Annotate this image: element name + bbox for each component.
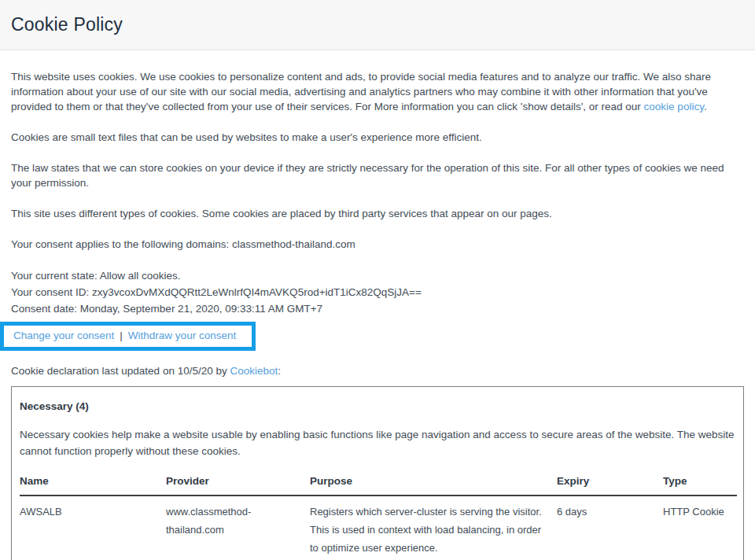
consent-actions-highlight-box: Change your consent|Withdraw your consen… — [0, 322, 256, 351]
consent-date-line: Consent date: Monday, September 21, 2020… — [11, 300, 744, 317]
consent-status-block: Your current state: Allow all cookies. Y… — [11, 267, 744, 317]
column-header-provider: Provider — [166, 469, 310, 496]
cookie-policy-link[interactable]: cookie policy — [644, 101, 704, 112]
category-description: Necessary cookies help make a website us… — [20, 426, 735, 459]
consent-id-line: Your consent ID: zxy3vcoxDvMXdQQRtt2LeWn… — [11, 284, 744, 300]
change-consent-link[interactable]: Change your consent — [13, 330, 114, 341]
link-separator: | — [120, 330, 123, 341]
cookie-types-paragraph: This site uses different types of cookie… — [11, 206, 744, 221]
page-title: Cookie Policy — [11, 17, 123, 32]
consent-state-line: Your current state: Allow all cookies. — [11, 267, 744, 284]
cell-expiry: 6 days — [557, 496, 663, 560]
updated-suffix: : — [278, 365, 281, 377]
cell-name: AWSALB — [20, 496, 166, 560]
domains-paragraph: Your consent applies to the following do… — [11, 237, 744, 252]
cell-type: HTTP Cookie — [663, 496, 737, 560]
cookie-declaration-body: This website uses cookies. We use cookie… — [0, 50, 755, 560]
intro-paragraph: This website uses cookies. We use cookie… — [11, 69, 744, 114]
category-title: Necessary (4) — [20, 399, 735, 414]
column-header-name: Name — [20, 469, 166, 496]
page-header: Cookie Policy — [0, 0, 755, 50]
declaration-updated-line: Cookie declaration last updated on 10/5/… — [11, 363, 744, 378]
withdraw-consent-link[interactable]: Withdraw your consent — [128, 330, 236, 341]
table-row: AWSALB www.classmethod-thailand.com Regi… — [20, 496, 737, 560]
intro-suffix: . — [704, 101, 707, 112]
cookiebot-link[interactable]: Cookiebot — [230, 365, 278, 377]
cookie-table-header: Name Provider Purpose Expiry Type — [20, 469, 737, 496]
cell-purpose: Registers which server-cluster is servin… — [310, 496, 557, 560]
intro-text: This website uses cookies. We use cookie… — [11, 71, 711, 112]
column-header-expiry: Expiry — [557, 469, 663, 496]
column-header-purpose: Purpose — [310, 469, 557, 496]
updated-text: Cookie declaration last updated on 10/5/… — [11, 365, 230, 377]
necessary-cookies-section: Necessary (4) Necessary cookies help mak… — [11, 386, 744, 560]
column-header-type: Type — [663, 469, 737, 496]
cell-provider: www.classmethod-thailand.com — [166, 496, 310, 560]
cookies-definition-paragraph: Cookies are small text files that can be… — [11, 130, 744, 145]
cookie-table: Name Provider Purpose Expiry Type AWSALB… — [20, 469, 737, 560]
law-paragraph: The law states that we can store cookies… — [11, 160, 744, 190]
